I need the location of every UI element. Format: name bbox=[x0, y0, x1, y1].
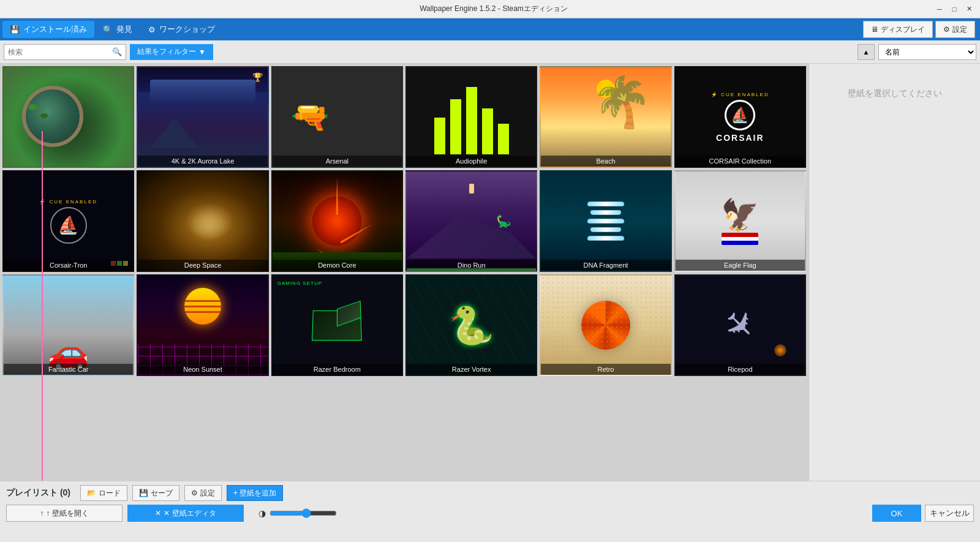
gallery[interactable]: 🏆 4K & 2K Aurora Lake 🔫 Arsenal bbox=[0, 64, 809, 481]
bar-2 bbox=[450, 99, 461, 154]
minimize-button[interactable]: ─ bbox=[933, 3, 946, 15]
wallpaper-thumb-corsair: ⚡ CUE ENABLED ⛵ CORSAIR bbox=[676, 67, 805, 167]
load-icon: 📂 bbox=[87, 489, 96, 497]
load-button[interactable]: 📂 ロード bbox=[80, 485, 127, 501]
wallpaper-label-eagleflag: Eagle Flag bbox=[676, 260, 805, 271]
wallpaper-item-razerbedroom[interactable]: GAMING SETUP Razer Bedroom bbox=[271, 274, 403, 376]
wallpaper-label-retro: Retro bbox=[541, 364, 670, 375]
nav-discover[interactable]: 🔍 発見 bbox=[96, 21, 140, 38]
wallpaper-thumb-deepspace bbox=[138, 171, 267, 271]
wallpaper-label-deepspace: Deep Space bbox=[138, 260, 267, 271]
add-wallpaper-button[interactable]: + 壁紙を追加 bbox=[227, 485, 283, 501]
wallpaper-thumb-dna bbox=[541, 171, 670, 271]
display-icon: 🖥 bbox=[871, 25, 878, 34]
filter-button[interactable]: 結果をフィルター ▼ bbox=[130, 44, 213, 60]
restore-button[interactable]: □ bbox=[948, 3, 960, 15]
save-button[interactable]: 💾 セーブ bbox=[132, 485, 179, 501]
playlist-label: プレイリスト (0) bbox=[6, 487, 70, 499]
wallpaper-item-fantasticcar[interactable]: 🚗 Fantastic Car bbox=[2, 274, 134, 376]
wallpaper-label-beach: Beach bbox=[541, 156, 670, 167]
bar-1 bbox=[434, 118, 445, 154]
wallpaper-thumb-razerbedroom: GAMING SETUP bbox=[273, 276, 402, 375]
playlist-settings-icon: ⚙ bbox=[191, 489, 198, 497]
nav-installed[interactable]: 💾 インストール済み bbox=[2, 21, 94, 38]
sort-direction-button[interactable]: ▲ bbox=[858, 44, 875, 60]
wallpaper-item-garden[interactable] bbox=[2, 66, 134, 168]
brightness-slider[interactable] bbox=[270, 508, 337, 518]
wallpaper-label-audiophile: Audiophile bbox=[407, 156, 536, 167]
editor-icon: ✕ bbox=[155, 509, 161, 518]
settings-button[interactable]: ⚙ 設定 bbox=[935, 21, 975, 38]
wallpaper-label-corsair: CORSAIR Collection bbox=[676, 156, 805, 167]
sort-select[interactable]: 名前 日付 評価 bbox=[878, 44, 976, 60]
bar-3 bbox=[466, 87, 477, 154]
brightness-control: ◑ bbox=[258, 508, 337, 518]
search-icon[interactable]: 🔍 bbox=[112, 47, 122, 56]
brightness-icon: ◑ bbox=[258, 508, 266, 518]
bar-4 bbox=[482, 108, 493, 154]
editor-button[interactable]: ✕ ✕ 壁紙エディタ bbox=[127, 505, 244, 522]
nav-workshop[interactable]: ⚙ ワークショップ bbox=[141, 21, 222, 38]
discover-icon: 🔍 bbox=[103, 25, 113, 34]
top-nav: 💾 インストール済み 🔍 発見 ⚙ ワークショップ 🖥 ディスプレイ ⚙ 設定 bbox=[0, 18, 980, 40]
wallpaper-label-razerbedroom: Razer Bedroom bbox=[273, 364, 402, 375]
wallpaper-label-fantasticcar: Fantastic Car bbox=[4, 364, 133, 375]
wallpaper-label-dna: DNA Fragment bbox=[541, 260, 670, 271]
wallpaper-item-dna[interactable]: DNA Fragment bbox=[540, 170, 671, 272]
open-icon: ↑ bbox=[40, 509, 43, 518]
window-title: Wallpaper Engine 1.5.2 - Steamエディション bbox=[54, 4, 933, 14]
wallpaper-thumb-demoncore bbox=[273, 171, 402, 271]
wallpaper-item-dinorun[interactable]: 🦕 Dino Run bbox=[405, 170, 537, 272]
bar-5 bbox=[498, 124, 509, 154]
close-button[interactable]: ✕ bbox=[963, 3, 975, 15]
wallpaper-thumb-razervortex: 🐍 bbox=[407, 276, 536, 375]
wallpaper-item-deepspace[interactable]: Deep Space bbox=[137, 170, 268, 272]
wallpaper-item-retro[interactable]: Retro bbox=[540, 274, 671, 376]
cancel-button[interactable]: キャンセル bbox=[925, 505, 974, 522]
search-input-wrap[interactable]: 🔍 bbox=[4, 44, 126, 60]
wallpaper-item-corsairtron[interactable]: ⚡ CUE ENABLED ⛵ Corsair-Tron bbox=[2, 170, 134, 272]
corsair-logo: ⚡ CUE ENABLED ⛵ CORSAIR bbox=[711, 92, 769, 143]
title-bar: Wallpaper Engine 1.5.2 - Steamエディション ─ □… bbox=[0, 0, 980, 18]
wallpaper-item-aurora[interactable]: 🏆 4K & 2K Aurora Lake bbox=[137, 66, 268, 168]
wallpaper-thumb-beach: 🌴 bbox=[541, 67, 670, 167]
ok-button[interactable]: OK bbox=[872, 505, 921, 522]
wallpaper-label-arsenal: Arsenal bbox=[273, 156, 402, 167]
wallpaper-label-razervortex: Razer Vortex bbox=[407, 364, 536, 375]
open-wallpaper-button[interactable]: ↑ ↑ 壁紙を開く bbox=[6, 505, 123, 522]
wallpaper-thumb-neonsunset bbox=[138, 276, 267, 375]
wallpaper-label-ricepod: Ricepod bbox=[676, 364, 805, 375]
wallpaper-thumb-retro bbox=[541, 276, 670, 375]
wallpaper-item-beach[interactable]: 🌴 Beach bbox=[540, 66, 671, 168]
search-input[interactable] bbox=[8, 48, 112, 56]
wallpaper-thumb-dinorun: 🦕 bbox=[407, 171, 536, 271]
wallpaper-thumb-aurora: 🏆 bbox=[138, 67, 267, 167]
playlist-settings-button[interactable]: ⚙ 設定 bbox=[184, 485, 222, 501]
audiophile-bars bbox=[434, 93, 509, 154]
wallpaper-thumb-corsairtron: ⚡ CUE ENABLED ⛵ bbox=[4, 171, 133, 271]
filter-icon: ▼ bbox=[198, 48, 206, 56]
content-area: 🏆 4K & 2K Aurora Lake 🔫 Arsenal bbox=[0, 64, 980, 481]
wallpaper-thumb-ricepod: ✈ bbox=[676, 276, 805, 375]
search-bar: 🔍 結果をフィルター ▼ ▲ 名前 日付 評価 bbox=[0, 40, 980, 64]
wallpaper-item-demoncore[interactable]: Demon Core bbox=[271, 170, 403, 272]
wallpaper-item-audiophile[interactable]: Audiophile bbox=[405, 66, 537, 168]
wallpaper-item-eagleflag[interactable]: 🦅 Eagle Flag bbox=[674, 170, 806, 272]
wallpaper-item-arsenal[interactable]: 🔫 Arsenal bbox=[271, 66, 403, 168]
bottom-bar: プレイリスト (0) 📂 ロード 💾 セーブ ⚙ 設定 + 壁紙を追加 ↑ ↑ … bbox=[0, 481, 980, 542]
wallpaper-item-neonsunset[interactable]: Neon Sunset bbox=[137, 274, 268, 376]
workshop-icon: ⚙ bbox=[148, 25, 156, 34]
wallpaper-label-neonsunset: Neon Sunset bbox=[138, 364, 267, 375]
wallpaper-thumb-arsenal: 🔫 bbox=[273, 67, 402, 167]
wallpaper-label-demoncore: Demon Core bbox=[273, 260, 402, 271]
wallpaper-item-ricepod[interactable]: ✈ Ricepod bbox=[674, 274, 806, 376]
wallpaper-label-aurora: 4K & 2K Aurora Lake bbox=[138, 156, 267, 167]
wallpaper-label-corsairtron: Corsair-Tron bbox=[4, 260, 133, 271]
save-icon: 💾 bbox=[139, 489, 148, 497]
wallpaper-thumb-eagleflag: 🦅 bbox=[676, 171, 805, 271]
sidebar-placeholder: 壁紙を選択してください bbox=[848, 88, 942, 99]
wallpaper-thumb-garden bbox=[4, 67, 133, 167]
display-button[interactable]: 🖥 ディスプレイ bbox=[863, 21, 933, 38]
wallpaper-item-razervortex[interactable]: 🐍 Razer Vortex bbox=[405, 274, 537, 376]
wallpaper-item-corsair[interactable]: ⚡ CUE ENABLED ⛵ CORSAIR CORSAIR Collecti… bbox=[674, 66, 806, 168]
